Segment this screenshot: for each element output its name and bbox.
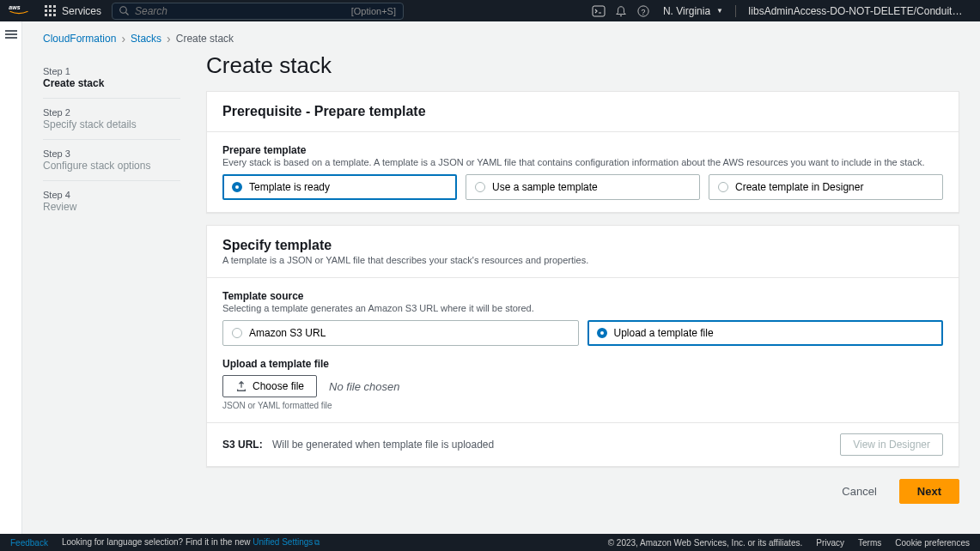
search-input[interactable] xyxy=(135,5,351,17)
services-label: Services xyxy=(62,5,101,17)
s3-url-value: Will be generated when template file is … xyxy=(272,439,494,451)
template-source-sub: Selecting a template generates an Amazon… xyxy=(222,303,943,313)
terms-link[interactable]: Terms xyxy=(858,538,881,548)
caret-down-icon: ▼ xyxy=(716,7,723,15)
svg-point-13 xyxy=(620,15,622,16)
prepare-template-sub: Every stack is based on a template. A te… xyxy=(222,157,943,167)
wizard-step-4: Step 4 Review xyxy=(43,181,180,221)
cloudshell-icon[interactable] xyxy=(587,4,610,18)
svg-rect-2 xyxy=(49,5,52,8)
svg-text:?: ? xyxy=(642,7,646,15)
next-button[interactable]: Next xyxy=(899,479,959,504)
svg-rect-3 xyxy=(53,5,56,8)
wizard-nav: Step 1 Create stack Step 2 Specify stack… xyxy=(43,52,180,521)
svg-rect-5 xyxy=(49,9,52,12)
file-hint: JSON or YAML formatted file xyxy=(222,401,943,410)
svg-rect-7 xyxy=(45,14,47,16)
privacy-link[interactable]: Privacy xyxy=(816,538,844,548)
page-title: Create stack xyxy=(206,52,959,79)
aws-logo[interactable]: aws xyxy=(9,3,34,18)
chevron-right-icon: › xyxy=(167,32,171,45)
chevron-right-icon: › xyxy=(121,32,125,45)
hamburger-icon xyxy=(5,28,17,40)
svg-rect-4 xyxy=(45,9,47,12)
specify-sub: A template is a JSON or YAML file that d… xyxy=(222,255,943,265)
svg-text:aws: aws xyxy=(9,4,20,10)
account-label: IibsAdminAccess-DO-NOT-DELETE/ConduitAcc… xyxy=(748,5,971,17)
specify-heading: Specify template xyxy=(222,238,943,253)
account-menu[interactable]: IibsAdminAccess-DO-NOT-DELETE/ConduitAcc… xyxy=(740,5,971,17)
svg-rect-6 xyxy=(53,9,56,12)
specify-template-card: Specify template A template is a JSON or… xyxy=(206,225,959,467)
breadcrumb: CloudFormation › Stacks › Create stack xyxy=(43,32,959,45)
svg-point-10 xyxy=(120,6,127,13)
s3-url-label: S3 URL: xyxy=(222,439,263,451)
radio-icon xyxy=(597,328,607,338)
copyright: © 2023, Amazon Web Services, Inc. or its… xyxy=(608,538,803,548)
radio-use-sample[interactable]: Use a sample template xyxy=(466,174,700,200)
no-file-label: No file chosen xyxy=(329,380,399,393)
radio-create-designer[interactable]: Create template in Designer xyxy=(709,174,943,200)
cancel-button[interactable]: Cancel xyxy=(828,479,890,504)
radio-icon xyxy=(232,182,242,192)
lang-text: Looking for language selection? Find it … xyxy=(62,537,320,548)
radio-s3-url[interactable]: Amazon S3 URL xyxy=(222,320,579,346)
external-link-icon: ⧉ xyxy=(314,538,320,547)
feedback-link[interactable]: Feedback xyxy=(10,538,48,548)
services-menu[interactable]: Services xyxy=(45,5,101,17)
radio-upload-file[interactable]: Upload a template file xyxy=(587,320,944,346)
search-icon xyxy=(119,6,130,16)
help-icon[interactable]: ? xyxy=(632,5,654,17)
wizard-step-1[interactable]: Step 1 Create stack xyxy=(43,58,180,99)
breadcrumb-current: Create stack xyxy=(176,33,234,45)
radio-icon xyxy=(232,328,242,338)
region-label: N. Virginia xyxy=(663,5,710,17)
choose-file-button[interactable]: Choose file xyxy=(222,375,317,397)
svg-rect-1 xyxy=(45,5,47,8)
breadcrumb-root[interactable]: CloudFormation xyxy=(43,33,116,45)
upload-title: Upload a template file xyxy=(222,358,943,370)
svg-rect-9 xyxy=(53,14,56,16)
breadcrumb-stacks[interactable]: Stacks xyxy=(131,33,161,45)
svg-rect-12 xyxy=(593,6,605,16)
bottom-bar: Feedback Looking for language selection?… xyxy=(0,534,980,551)
cookie-link[interactable]: Cookie preferences xyxy=(895,538,970,548)
prereq-heading: Prerequisite - Prepare template xyxy=(222,104,943,119)
search-box[interactable]: [Option+S] xyxy=(112,3,404,20)
view-in-designer-button: View in Designer xyxy=(840,433,943,456)
sidebar-toggle[interactable] xyxy=(0,21,22,534)
template-source-title: Template source xyxy=(222,290,943,302)
search-shortcut: [Option+S] xyxy=(351,6,396,16)
top-header: aws Services [Option+S] ? N. Virginia ▼ … xyxy=(0,0,980,21)
prerequisite-card: Prerequisite - Prepare template Prepare … xyxy=(206,91,959,213)
prepare-template-title: Prepare template xyxy=(222,144,943,156)
radio-template-ready[interactable]: Template is ready xyxy=(222,174,457,200)
divider xyxy=(735,5,736,17)
svg-rect-8 xyxy=(49,14,52,16)
radio-icon xyxy=(475,182,485,192)
wizard-step-2: Step 2 Specify stack details xyxy=(43,99,180,140)
notifications-icon[interactable] xyxy=(610,5,632,17)
upload-icon xyxy=(235,380,247,392)
svg-line-11 xyxy=(126,12,129,15)
wizard-step-3: Step 3 Configure stack options xyxy=(43,140,180,181)
unified-settings-link[interactable]: Unified Settings⧉ xyxy=(253,537,320,547)
radio-icon xyxy=(718,182,728,192)
region-selector[interactable]: N. Virginia ▼ xyxy=(654,5,732,17)
